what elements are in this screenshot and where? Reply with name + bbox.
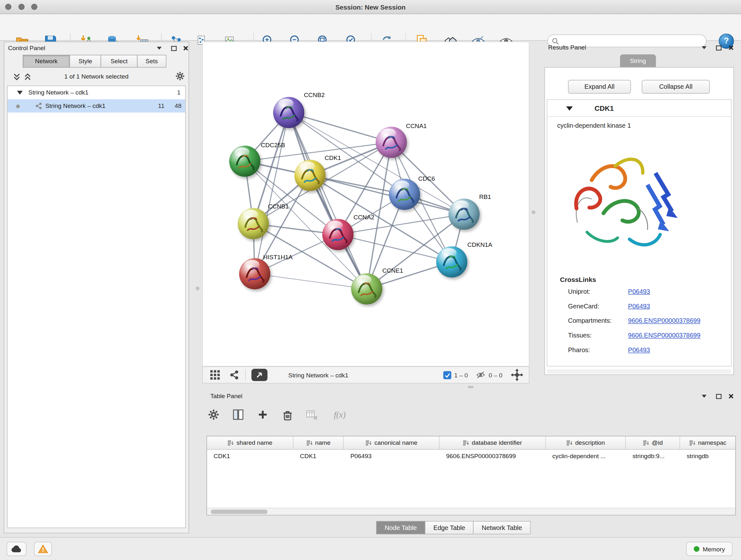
memory-button[interactable]: Memory (686, 542, 732, 556)
cell-canonical-name[interactable]: P06493 (344, 449, 440, 462)
tab-select[interactable]: Select (100, 55, 138, 68)
tree-expander-icon[interactable] (17, 91, 23, 95)
network-node-ccna1[interactable] (376, 127, 407, 158)
close-icon (728, 393, 735, 400)
network-node-ccna2[interactable] (322, 219, 354, 250)
network-node-rb1[interactable] (448, 199, 480, 230)
horizontal-splitter-grip[interactable] (468, 386, 474, 388)
fit-selected-button[interactable] (511, 369, 523, 381)
network-edge-CDK1-RB1[interactable] (310, 175, 464, 214)
crosslink-link[interactable]: P06493 (628, 303, 650, 310)
table-row[interactable]: CDK1 CDK1 P06493 9606.ENSP00000378699 cy… (207, 449, 736, 462)
network-node-cdc6[interactable] (389, 179, 420, 210)
tab-node-table[interactable]: Node Table (376, 521, 425, 534)
network-edge-HIST1H1A-CCNE1[interactable] (255, 273, 367, 289)
tab-edge-table[interactable]: Edge Table (425, 521, 474, 534)
network-node-ccne1[interactable] (351, 273, 382, 305)
node-gloss (300, 162, 315, 171)
crosslink-row-pharos: Pharos: P06493 (547, 347, 732, 361)
fx-label: f(x) (334, 410, 346, 420)
network-node-ccnb1[interactable] (238, 208, 269, 240)
panel-collapse-button[interactable] (700, 392, 708, 400)
panel-close-button[interactable] (727, 44, 735, 52)
vertical-splitter-grip[interactable] (196, 287, 199, 290)
panel-collapse-button[interactable] (155, 44, 163, 52)
network-node-cdkn1a[interactable] (436, 246, 468, 278)
tab-network-table-label: Network Table (482, 524, 522, 531)
cell-shared-name[interactable]: CDK1 (207, 449, 293, 462)
column-header-description[interactable]: description (546, 436, 626, 449)
column-header-database-identifier[interactable]: database identifier (440, 436, 546, 449)
tab-network[interactable]: Network (23, 55, 70, 68)
panel-float-button[interactable] (715, 392, 723, 400)
cell-namespace[interactable]: stringdb (680, 449, 735, 462)
warnings-button[interactable] (34, 542, 52, 556)
network-collection-row[interactable]: String Network – cdk1 1 (8, 86, 185, 99)
network-edge-CCNB2-CCNE1[interactable] (289, 112, 367, 289)
network-row-selected[interactable]: String Network – cdk1 11 48 (8, 99, 185, 112)
open-in-new-window-button[interactable] (252, 369, 267, 381)
selected-items-checkbox[interactable] (443, 371, 451, 379)
column-header-namespace[interactable]: namespac (680, 436, 735, 449)
network-collection-label: String Network – cdk1 (28, 89, 88, 96)
column-label: canonical name (374, 439, 417, 446)
column-header-name[interactable]: name (293, 436, 344, 449)
network-node-ccnb2[interactable] (273, 97, 305, 128)
network-node-count: 11 (158, 102, 164, 109)
cell-name[interactable]: CDK1 (293, 449, 344, 462)
network-edge-CCNB2-HIST1H1A[interactable] (255, 112, 289, 273)
crosslink-label: Tissues: (568, 332, 592, 339)
crosslink-row-uniprot: Uniprot: P06493 (547, 288, 732, 303)
cell-database-identifier[interactable]: 9606.ENSP00000378699 (440, 449, 546, 462)
network-view[interactable]: CCNB2CCNA1CDC25BCDK1CDC6RB1CCNB1CCNA2CDK… (202, 42, 529, 366)
panel-float-button[interactable] (715, 44, 723, 52)
tab-network-table[interactable]: Network Table (473, 521, 531, 534)
show-columns-button[interactable] (231, 408, 245, 422)
collapse-all-button[interactable]: Collapse All (642, 80, 710, 94)
network-node-hist1h1a[interactable] (239, 258, 270, 290)
crosslink-link[interactable]: P06493 (628, 288, 650, 295)
cell-id[interactable]: stringdb:9... (626, 449, 680, 462)
delete-column-button[interactable] (280, 408, 294, 422)
protein-card-header[interactable]: CDK1 (547, 100, 731, 117)
network-node-cdk1[interactable] (294, 160, 326, 191)
panel-close-button[interactable] (727, 392, 735, 400)
birds-eye-view-button[interactable] (209, 369, 221, 381)
function-builder-button[interactable]: f(x) (329, 408, 350, 422)
collapse-card-icon[interactable] (566, 106, 573, 111)
node-label-rb1: RB1 (479, 193, 491, 200)
cloud-icon (11, 545, 22, 553)
crosslink-link[interactable]: P06493 (628, 347, 650, 354)
column-header-canonical-name[interactable]: canonical name (344, 436, 440, 449)
create-column-button[interactable] (256, 408, 270, 422)
table-horizontal-scrollbar[interactable] (207, 508, 736, 515)
delete-table-button[interactable] (305, 408, 319, 422)
panel-close-button[interactable] (182, 44, 190, 52)
scrollbar-thumb[interactable] (211, 509, 267, 514)
network-share-button[interactable] (229, 370, 240, 380)
network-edge-count: 48 (175, 102, 181, 109)
control-panel: Control Panel Network Style Select Sets … (4, 42, 189, 533)
table-options-button[interactable] (206, 408, 220, 422)
cloud-services-button[interactable] (7, 542, 26, 556)
column-header-shared-name[interactable]: shared name (207, 436, 293, 449)
crosslink-link[interactable]: 9606.ENSP00000378699 (628, 317, 700, 324)
panel-float-button[interactable] (170, 44, 178, 52)
crosslink-link[interactable]: 9606.ENSP00000378699 (628, 332, 700, 339)
float-window-icon (171, 45, 178, 51)
network-options-button[interactable] (175, 71, 183, 79)
results-tab-string[interactable]: String (620, 54, 656, 67)
network-view-toolbar: String Network – cdk1 1 – 0 0 – 0 (202, 367, 529, 383)
cell-description[interactable]: cyclin-dependent ... (546, 449, 626, 462)
network-node-cdc25b[interactable] (229, 145, 260, 177)
vertical-splitter-grip[interactable] (532, 210, 536, 214)
results-horizontal-scrollbar[interactable] (547, 369, 731, 374)
hidden-items-button[interactable] (475, 370, 486, 380)
tab-sets[interactable]: Sets (137, 55, 166, 68)
column-header-id[interactable]: @id (626, 436, 680, 449)
panel-collapse-button[interactable] (700, 44, 708, 52)
expand-all-button[interactable]: Expand All (568, 80, 631, 94)
network-edge-CCNA2-CDKN1A[interactable] (338, 235, 452, 262)
tab-style[interactable]: Style (70, 55, 101, 68)
crosslink-row-genecard: GeneCard: P06493 (547, 303, 732, 317)
